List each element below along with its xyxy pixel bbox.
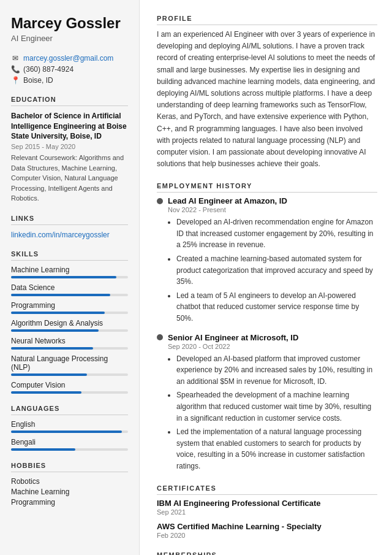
skill-bar-bg [11,276,128,278]
job-dot [157,334,163,340]
certs-list: IBM AI Engineering Professional Certific… [157,499,377,539]
candidate-name: Marcey Gossler [11,15,128,33]
skill-item: Programming [11,301,128,314]
hobbies-list: RoboticsMachine LearningProgramming [11,477,128,507]
education-degree: Bachelor of Science in Artificial Intell… [11,111,128,142]
email-icon: ✉ [11,54,20,63]
skill-item: Neural Networks [11,337,128,350]
language-item: English [11,420,128,433]
main-content: Profile I am an experienced AI Engineer … [140,0,392,555]
candidate-title: AI Engineer [11,34,128,43]
education-section-title: Education [11,96,128,106]
skill-label: Algorithm Design & Analysis [11,319,128,327]
cert-name: IBM AI Engineering Professional Certific… [157,499,377,508]
hobby-item: Machine Learning [11,488,128,496]
job-bullets: Developed an AI-based platform that impr… [168,353,377,472]
contact-email: ✉ marcey.gossler@gmail.com [11,54,128,63]
certificates-section: Certificates IBM AI Engineering Professi… [157,484,377,539]
job-bullet: Developed an AI-driven recommendation en… [176,216,377,251]
skill-bar-fill [11,312,105,314]
language-bar-bg [11,431,128,433]
jobs-list: Lead AI Engineer at Amazon, ID Nov 2022 … [157,196,377,472]
skill-bar-bg [11,329,128,332]
skill-bar-bg [11,294,128,296]
job-bullets: Developed an AI-driven recommendation en… [168,216,377,324]
skill-bar-bg [11,391,128,394]
cert-name: AWS Certified Machine Learning - Special… [157,522,377,531]
language-bar-fill [11,448,75,451]
skill-item: Machine Learning [11,266,128,278]
language-bar-fill [11,431,122,433]
languages-list: English Bengali [11,420,128,451]
memberships-section: Memberships Association for the Advancem… [157,551,377,555]
job-bullet: Developed an AI-based platform that impr… [176,353,377,388]
skill-label: Data Science [11,283,128,292]
skill-label: Programming [11,301,128,310]
language-label: English [11,420,128,429]
skill-label: Machine Learning [11,266,128,274]
cert-date: Feb 2020 [157,532,377,539]
skill-bar-bg [11,347,128,350]
job-entry: Senior AI Engineer at Microsoft, ID Sep … [157,333,377,472]
job-entry: Lead AI Engineer at Amazon, ID Nov 2022 … [157,196,377,324]
job-dot [157,198,163,204]
profile-section-title: Profile [157,15,377,25]
skill-bar-fill [11,276,116,278]
hobbies-section-title: Hobbies [11,462,128,472]
cert-entry: IBM AI Engineering Professional Certific… [157,499,377,516]
skill-bar-fill [11,347,93,350]
skills-list: Machine Learning Data Science Programmin… [11,266,128,394]
job-date: Nov 2022 - Present [168,206,377,213]
contact-location: 📍 Boise, ID [11,76,128,85]
linkedin-link[interactable]: linkedin.com/in/marceygossler [11,231,110,239]
job-date: Sep 2020 - Oct 2022 [168,343,377,350]
language-item: Bengali [11,438,128,451]
job-bullet: Spearheaded the development of a machine… [176,389,377,424]
job-bullet: Led the implementation of a natural lang… [176,426,377,472]
email-link[interactable]: marcey.gossler@gmail.com [23,54,113,63]
memberships-section-title: Memberships [157,551,377,555]
certificates-section-title: Certificates [157,484,377,495]
skill-bar-fill [11,329,99,332]
skill-label: Natural Language Processing (NLP) [11,354,128,372]
language-label: Bengali [11,438,128,446]
skill-label: Neural Networks [11,337,128,345]
profile-text: I am an experienced AI Engineer with ove… [157,29,377,170]
phone-icon: 📞 [11,65,20,74]
coursework-label: Relevant Coursework: [11,154,79,161]
location-icon: 📍 [11,76,20,85]
skill-item: Data Science [11,283,128,296]
skill-label: Computer Vision [11,381,128,389]
cert-entry: AWS Certified Machine Learning - Special… [157,522,377,539]
skill-bar-fill [11,391,81,394]
skill-bar-fill [11,294,110,296]
links-section-title: Links [11,215,128,225]
skill-bar-fill [11,373,87,376]
hobby-item: Robotics [11,477,128,486]
skill-item: Algorithm Design & Analysis [11,319,128,332]
education-date: Sep 2015 - May 2020 [11,143,128,150]
contact-phone: 📞 (360) 887-4924 [11,65,128,74]
profile-section: Profile I am an experienced AI Engineer … [157,15,377,170]
job-bullet: Led a team of 5 AI engineers to develop … [176,290,377,324]
skill-item: Computer Vision [11,381,128,394]
cert-date: Sep 2021 [157,508,377,516]
language-bar-bg [11,448,128,451]
employment-section-title: Employment History [157,182,377,193]
job-bullet: Created a machine learning-based automat… [176,253,377,288]
skill-bar-bg [11,312,128,314]
job-title: Senior AI Engineer at Microsoft, ID [157,333,377,342]
skill-item: Natural Language Processing (NLP) [11,354,128,376]
education-coursework: Relevant Coursework: Algorithms and Data… [11,153,128,204]
sidebar: Marcey Gossler AI Engineer ✉ marcey.goss… [0,0,140,555]
job-title: Lead AI Engineer at Amazon, ID [157,196,377,205]
skills-section-title: Skills [11,250,128,261]
hobby-item: Programming [11,498,128,507]
employment-section: Employment History Lead AI Engineer at A… [157,182,377,472]
skill-bar-bg [11,373,128,376]
languages-section-title: Languages [11,405,128,415]
